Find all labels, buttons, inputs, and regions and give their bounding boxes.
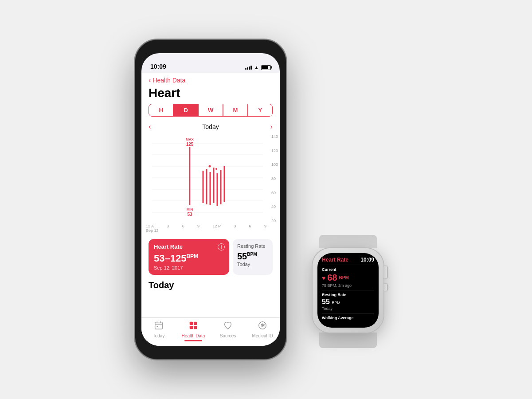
tab-bar: Today Health Data bbox=[141, 317, 280, 346]
svg-text:125: 125 bbox=[186, 142, 194, 147]
y-label-20: 20 bbox=[271, 219, 278, 223]
x-label-9p: 9 bbox=[264, 224, 266, 228]
watch-band-bottom bbox=[319, 332, 377, 348]
tab-medical-id[interactable]: ✱ Medical ID bbox=[245, 321, 280, 341]
watch-resting-unit: BPM bbox=[332, 301, 340, 305]
status-time: 10:09 bbox=[150, 63, 166, 70]
page-title: Heart bbox=[141, 85, 280, 104]
resting-rate-value: 55BPM bbox=[237, 251, 268, 262]
svg-text:MAX: MAX bbox=[186, 137, 194, 141]
x-label-3: 3 bbox=[167, 224, 169, 228]
watch-btn bbox=[383, 284, 387, 291]
watch-time: 10:09 bbox=[360, 257, 374, 263]
period-btn-W[interactable]: W bbox=[199, 104, 223, 116]
date-prev-button[interactable]: ‹ bbox=[149, 123, 151, 131]
watch-resting-bpm: 55 bbox=[322, 298, 330, 305]
chart-y-labels: 140 120 100 80 60 40 20 bbox=[271, 134, 278, 223]
heart-rate-chart: MAX 125 bbox=[149, 134, 280, 223]
tab-today[interactable]: Today bbox=[141, 321, 176, 341]
y-label-100: 100 bbox=[271, 162, 278, 167]
y-label-140: 140 bbox=[271, 134, 278, 139]
heart-rate-value: 53–125BPM bbox=[154, 253, 224, 264]
status-bar: 10:09 ▲ bbox=[141, 53, 280, 73]
tab-health-data-label: Health Data bbox=[182, 333, 205, 338]
apple-watch-device: Heart Rate 10:09 Current ♥ 68 BPM 75 BPM… bbox=[299, 235, 397, 359]
watch-resting-value-row: 55 BPM bbox=[322, 298, 374, 306]
info-button[interactable]: i bbox=[218, 243, 225, 250]
svg-rect-26 bbox=[190, 322, 193, 325]
heart-rate-card[interactable]: Heart Rate i 53–125BPM Sep 12, 2017 bbox=[149, 239, 229, 275]
watch-current-title: Current bbox=[322, 267, 374, 272]
tab-medical-id-icon: ✱ bbox=[258, 321, 267, 332]
nav-back-button[interactable]: ‹ Health Data bbox=[141, 73, 280, 85]
chart-x-labels: 12 A 3 6 9 12 P 3 6 9 bbox=[141, 223, 280, 228]
status-icons: ▲ bbox=[245, 65, 271, 70]
chart-date-label: Sep 12 bbox=[141, 228, 280, 233]
watch-resting-title: Resting Rate bbox=[322, 293, 374, 297]
watch-current-row: ♥ 68 BPM bbox=[322, 273, 374, 283]
resting-rate-title: Resting Rate bbox=[237, 243, 268, 249]
y-label-60: 60 bbox=[271, 191, 278, 195]
period-selector[interactable]: H D W M Y bbox=[149, 104, 273, 117]
y-label-80: 80 bbox=[271, 176, 278, 181]
svg-point-10 bbox=[209, 165, 211, 168]
iphone-device: 10:09 ▲ ‹ bbox=[135, 40, 286, 359]
svg-rect-21 bbox=[155, 322, 163, 329]
x-label-6p: 6 bbox=[249, 224, 251, 228]
watch-app-title: Heart Rate bbox=[322, 257, 348, 263]
date-next-button[interactable]: › bbox=[270, 123, 273, 131]
period-btn-D[interactable]: D bbox=[174, 104, 198, 116]
watch-case: Heart Rate 10:09 Current ♥ 68 BPM 75 BPM… bbox=[313, 248, 383, 332]
wifi-icon: ▲ bbox=[254, 65, 259, 70]
watch-heart-icon: ♥ bbox=[322, 274, 325, 282]
x-label-6: 6 bbox=[182, 224, 184, 228]
watch-screen: Heart Rate 10:09 Current ♥ 68 BPM 75 BPM… bbox=[317, 253, 379, 328]
tab-today-label: Today bbox=[153, 333, 165, 338]
watch-header: Heart Rate 10:09 bbox=[317, 253, 379, 265]
x-label-3p: 3 bbox=[234, 224, 236, 228]
svg-rect-27 bbox=[194, 322, 197, 325]
scene: 10:09 ▲ ‹ bbox=[135, 40, 397, 359]
x-label-9: 9 bbox=[197, 224, 200, 228]
watch-resting-sub: Today bbox=[322, 306, 374, 311]
period-btn-Y[interactable]: Y bbox=[248, 104, 272, 116]
heart-rate-card-title: Heart Rate bbox=[154, 243, 224, 250]
date-nav-label: Today bbox=[202, 123, 219, 130]
period-btn-M[interactable]: M bbox=[223, 104, 247, 116]
stat-cards: Heart Rate i 53–125BPM Sep 12, 2017 Rest… bbox=[141, 235, 280, 278]
watch-walking-section: Walking Average bbox=[317, 313, 379, 323]
svg-text:53: 53 bbox=[187, 212, 192, 217]
iphone-notch bbox=[182, 40, 239, 52]
tab-medical-id-label: Medical ID bbox=[252, 333, 273, 338]
tab-sources-icon bbox=[223, 321, 233, 332]
watch-current-sub: 75 BPM, 2m ago bbox=[322, 283, 374, 288]
watch-crown bbox=[383, 266, 387, 278]
svg-rect-29 bbox=[194, 326, 197, 329]
tab-sources-label: Sources bbox=[220, 333, 236, 338]
y-label-120: 120 bbox=[271, 149, 278, 153]
tab-today-icon bbox=[154, 321, 164, 332]
watch-current-section: Current ♥ 68 BPM 75 BPM, 2m ago bbox=[317, 265, 379, 290]
watch-walking-title: Walking Average bbox=[322, 316, 374, 320]
watch-resting-section: Resting Rate 55 BPM Today bbox=[317, 290, 379, 313]
tab-sources[interactable]: Sources bbox=[211, 321, 245, 341]
battery-icon bbox=[261, 65, 271, 70]
nav-back-label: Health Data bbox=[153, 77, 185, 84]
svg-text:MIN: MIN bbox=[187, 207, 193, 211]
app-content: ‹ Health Data Heart H D W M Y bbox=[141, 73, 280, 346]
svg-rect-28 bbox=[190, 326, 193, 329]
watch-current-bpm: 68 bbox=[327, 273, 337, 283]
heart-rate-date: Sep 12, 2017 bbox=[154, 265, 224, 270]
resting-rate-sub: Today bbox=[237, 262, 268, 267]
today-section-title: Today bbox=[141, 278, 280, 292]
svg-rect-25 bbox=[156, 326, 158, 327]
chart-container: MAX 125 bbox=[149, 134, 280, 223]
iphone-screen: 10:09 ▲ ‹ bbox=[141, 53, 280, 346]
signal-bars-icon bbox=[245, 65, 252, 70]
x-label-12p: 12 P bbox=[212, 224, 221, 228]
resting-rate-card[interactable]: Resting Rate 55BPM Today bbox=[233, 239, 273, 275]
x-label-12a: 12 A bbox=[146, 224, 154, 228]
tab-health-data[interactable]: Health Data bbox=[176, 321, 211, 341]
svg-point-11 bbox=[215, 168, 217, 170]
period-btn-H[interactable]: H bbox=[149, 104, 173, 116]
